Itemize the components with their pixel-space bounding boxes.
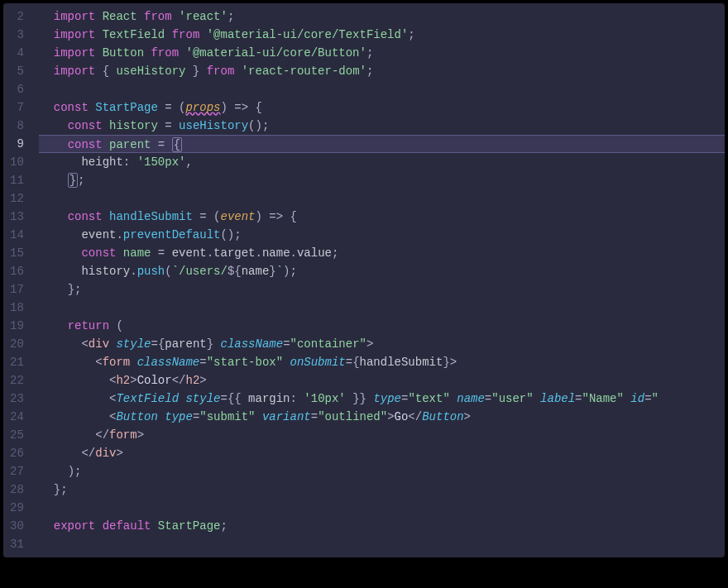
line-number: 6 [3,80,39,98]
code-line[interactable]: }; [39,171,725,189]
code-line[interactable]: const StartPage = (props) => { [39,98,725,117]
code-line[interactable]: <form className="start-box" onSubmit={ha… [39,353,725,371]
code-area[interactable]: import React from 'react'; import TextFi… [39,3,725,557]
line-number: 16 [3,262,39,280]
line-number: 30 [3,517,39,535]
code-line[interactable] [39,80,725,98]
code-line[interactable]: export default StartPage; [39,517,725,535]
code-line[interactable]: return ( [39,317,725,335]
line-number: 31 [3,535,39,553]
line-number: 11 [3,171,39,189]
line-number: 5 [3,62,39,80]
line-number: 17 [3,280,39,299]
code-line-current[interactable]: const parent = { [39,135,725,153]
line-number: 18 [3,299,39,317]
code-line[interactable]: const name = event.target.name.value; [39,244,725,262]
line-number: 12 [3,189,39,208]
code-line[interactable]: event.preventDefault(); [39,226,725,244]
line-number-current: 9 [3,135,39,153]
code-line[interactable]: import Button from '@material-ui/core/Bu… [39,44,725,62]
line-number: 20 [3,335,39,353]
code-line[interactable] [39,299,725,317]
code-line[interactable] [39,499,725,517]
code-line[interactable]: history.push(`/users/${name}`); [39,262,725,280]
code-editor[interactable]: 2 3 4 5 6 7 8 9 10 11 12 13 14 15 16 17 … [3,3,725,557]
line-number: 7 [3,98,39,117]
code-line[interactable]: const history = useHistory(); [39,117,725,135]
line-number: 13 [3,208,39,226]
code-line[interactable]: import { useHistory } from 'react-router… [39,62,725,80]
line-number: 8 [3,117,39,135]
code-line[interactable] [39,189,725,208]
code-line[interactable]: <TextField style={{ margin: '10px' }} ty… [39,390,725,408]
code-line[interactable]: <Button type="submit" variant="outlined"… [39,408,725,426]
code-line[interactable]: ); [39,462,725,480]
code-line[interactable]: import TextField from '@material-ui/core… [39,26,725,44]
line-number: 14 [3,226,39,244]
line-number: 19 [3,317,39,335]
line-number: 28 [3,480,39,499]
line-number-gutter: 2 3 4 5 6 7 8 9 10 11 12 13 14 15 16 17 … [3,3,39,557]
code-line[interactable]: </div> [39,444,725,462]
code-line[interactable]: <h2>Color</h2> [39,371,725,390]
line-number: 3 [3,26,39,44]
line-number: 23 [3,390,39,408]
line-number: 27 [3,462,39,480]
code-line[interactable]: height: '150px', [39,153,725,171]
code-line[interactable]: <div style={parent} className="container… [39,335,725,353]
line-number: 10 [3,153,39,171]
code-line[interactable]: import React from 'react'; [39,7,725,26]
line-number: 4 [3,44,39,62]
code-line[interactable]: </form> [39,426,725,444]
code-line[interactable]: }; [39,280,725,299]
line-number: 22 [3,371,39,390]
code-line[interactable] [39,535,725,553]
code-line[interactable]: const handleSubmit = (event) => { [39,208,725,226]
line-number: 26 [3,444,39,462]
line-number: 15 [3,244,39,262]
line-number: 25 [3,426,39,444]
line-number: 29 [3,499,39,517]
line-number: 24 [3,408,39,426]
line-number: 2 [3,7,39,26]
code-line[interactable]: }; [39,480,725,499]
line-number: 21 [3,353,39,371]
